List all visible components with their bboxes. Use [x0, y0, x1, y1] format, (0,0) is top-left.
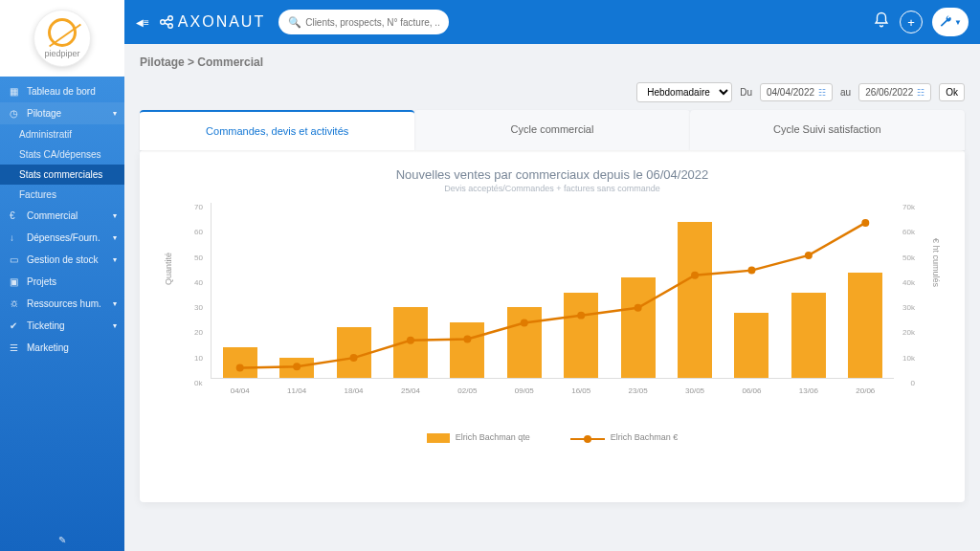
sidebar-item-dashboard[interactable]: ▦Tableau de bord [0, 80, 124, 102]
svg-point-6 [293, 363, 301, 370]
legend-line: Elrich Bachman € [570, 432, 679, 443]
svg-point-11 [577, 312, 585, 320]
svg-line-3 [165, 19, 168, 21]
svg-point-13 [691, 272, 699, 279]
sidebar: ▦Tableau de bord ◷Pilotage▾ Administrati… [0, 77, 124, 551]
chart-area: Quantité € ht cumulés 0k1020304050607001… [172, 203, 932, 404]
date-from[interactable]: 04/04/2022☷ [760, 83, 833, 101]
search-input[interactable] [305, 17, 439, 28]
add-button[interactable]: + [900, 11, 923, 33]
svg-point-0 [161, 20, 166, 25]
settings-button[interactable]: ▼ [932, 8, 969, 36]
sidebar-item-label: Ressources hum. [27, 298, 101, 309]
bell-icon[interactable] [873, 11, 890, 33]
sidebar-sub-stats-ca[interactable]: Stats CA/dépenses [0, 144, 124, 165]
sidebar-item-label: Projets [27, 276, 56, 287]
tab-commandes[interactable]: Commandes, devis et activités [140, 110, 414, 150]
logo-text: piedpiper [44, 49, 79, 58]
svg-point-8 [407, 337, 414, 344]
period-select[interactable]: Hebdomadaire [636, 82, 732, 102]
sidebar-item-stock[interactable]: ▭Gestion de stock▾ [0, 249, 124, 271]
sidebar-item-label: Commercial [27, 210, 78, 221]
chart-card: Nouvelles ventes par commerciaux depuis … [140, 150, 965, 502]
sidebar-item-label: Marketing [27, 342, 69, 353]
sidebar-item-projets[interactable]: ▣Projets [0, 271, 124, 293]
search-box[interactable]: 🔍 [278, 10, 449, 34]
svg-point-1 [168, 16, 173, 21]
chart-subtitle: Devis acceptés/Commandes + factures sans… [163, 184, 942, 193]
chart-title: Nouvelles ventes par commerciaux depuis … [163, 167, 942, 182]
date-to[interactable]: 26/06/2022☷ [858, 83, 931, 101]
sidebar-item-label: Gestion de stock [27, 254, 98, 265]
svg-point-14 [747, 267, 755, 275]
main-content: Pilotage > Commercial Hebdomadaire Du 04… [124, 44, 980, 551]
svg-point-15 [805, 252, 813, 259]
brand-icon [159, 14, 174, 30]
sidebar-sub-factures[interactable]: Factures [0, 185, 124, 205]
top-bar: ◀≡ AXONAUT 🔍 + ▼ [0, 0, 980, 44]
tab-cycle-satisfaction[interactable]: Cycle Suivi satisfaction [690, 110, 965, 150]
sidebar-item-pilotage[interactable]: ◷Pilotage▾ [0, 102, 124, 124]
sidebar-item-commercial[interactable]: €Commercial▾ [0, 205, 124, 227]
svg-point-5 [236, 364, 244, 372]
search-icon: 🔍 [288, 16, 301, 29]
svg-point-10 [521, 320, 528, 327]
collapse-icon[interactable]: ◀≡ [136, 17, 149, 28]
svg-point-16 [861, 219, 869, 227]
svg-line-4 [165, 23, 168, 25]
to-label: au [840, 87, 851, 98]
filter-row: Hebdomadaire Du 04/04/2022☷ au 26/06/202… [140, 82, 965, 102]
brand: AXONAUT [159, 13, 265, 31]
y-axis-right-label: € ht cumulés [931, 238, 941, 287]
ok-button[interactable]: Ok [939, 83, 965, 101]
sidebar-item-label: Tableau de bord [27, 86, 96, 97]
pin-icon[interactable]: ✎ [58, 535, 66, 545]
svg-point-2 [168, 24, 173, 29]
sidebar-item-depenses[interactable]: ↓Dépenses/Fourn.▾ [0, 227, 124, 249]
legend-bar: Elrich Bachman qte [427, 432, 530, 443]
tabs: Commandes, devis et activités Cycle comm… [140, 110, 965, 150]
sidebar-item-label: Pilotage [27, 108, 61, 119]
svg-point-7 [350, 354, 358, 362]
y-axis-left-label: Quantité [164, 253, 173, 285]
breadcrumb: Pilotage > Commercial [140, 55, 965, 69]
svg-point-9 [463, 336, 471, 343]
from-label: Du [740, 87, 752, 98]
wrench-icon [939, 15, 952, 29]
sidebar-item-ticketing[interactable]: ✔Ticketing▾ [0, 315, 124, 337]
sidebar-item-marketing[interactable]: ☰Marketing [0, 337, 124, 359]
chart-legend: Elrich Bachman qte Elrich Bachman € [163, 432, 942, 443]
sidebar-sub-stats-commerciales[interactable]: Stats commerciales [0, 165, 124, 185]
svg-point-12 [635, 304, 642, 312]
brand-text: AXONAUT [178, 13, 265, 31]
sidebar-item-label: Dépenses/Fourn. [27, 232, 100, 243]
tab-cycle-commercial[interactable]: Cycle commercial [414, 110, 689, 150]
sidebar-item-label: Ticketing [27, 320, 65, 331]
sidebar-item-rh[interactable]: ⛭Ressources hum.▾ [0, 293, 124, 315]
sidebar-sub-administratif[interactable]: Administratif [0, 124, 124, 144]
logo: piedpiper [0, 0, 124, 77]
